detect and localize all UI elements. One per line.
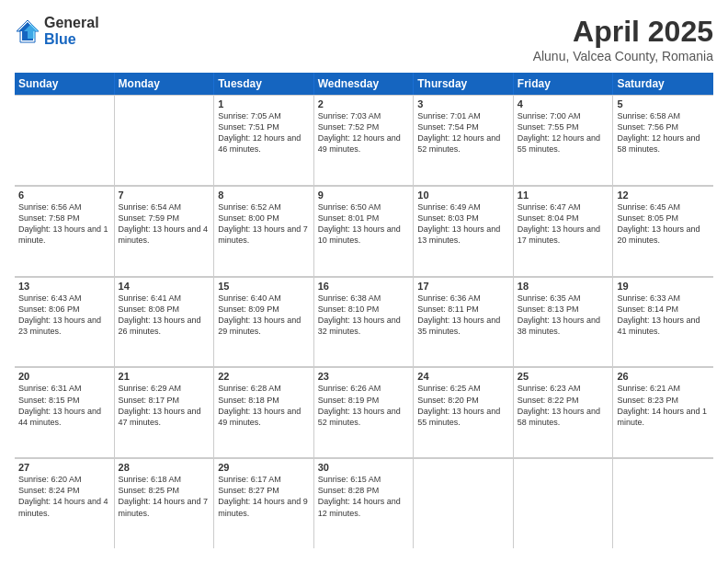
cal-cell-4-5 [514, 459, 614, 548]
day-info-4-1: Sunrise: 6:18 AMSunset: 8:25 PMDaylight:… [119, 474, 210, 519]
header-sunday: Sunday [15, 73, 115, 95]
day-number-4-0: 27 [18, 462, 110, 473]
header-friday: Friday [514, 73, 614, 95]
day-info-4-0: Sunrise: 6:20 AMSunset: 8:24 PMDaylight:… [18, 474, 110, 519]
cal-cell-2-3: 16Sunrise: 6:38 AMSunset: 8:10 PMDayligh… [314, 278, 415, 367]
day-info-3-3: Sunrise: 6:26 AMSunset: 8:19 PMDaylight:… [318, 383, 410, 428]
logo-icon [15, 18, 40, 44]
day-info-4-3: Sunrise: 6:15 AMSunset: 8:28 PMDaylight:… [318, 474, 410, 519]
logo: General Blue [15, 15, 99, 47]
day-info-1-3: Sunrise: 6:50 AMSunset: 8:01 PMDaylight:… [318, 201, 410, 247]
day-info-1-0: Sunrise: 6:56 AMSunset: 7:58 PMDaylight:… [18, 201, 110, 247]
cal-cell-3-6: 26Sunrise: 6:21 AMSunset: 8:23 PMDayligh… [613, 368, 713, 457]
page: General Blue April 2025 Alunu, Valcea Co… [0, 0, 728, 563]
cal-cell-2-6: 19Sunrise: 6:33 AMSunset: 8:14 PMDayligh… [613, 278, 713, 367]
day-number-2-4: 17 [417, 281, 509, 292]
cal-cell-4-3: 30Sunrise: 6:15 AMSunset: 8:28 PMDayligh… [314, 459, 415, 548]
day-info-3-6: Sunrise: 6:21 AMSunset: 8:23 PMDaylight:… [617, 383, 710, 428]
day-number-1-6: 12 [617, 190, 710, 201]
day-info-0-3: Sunrise: 7:03 AMSunset: 7:52 PMDaylight:… [318, 110, 410, 155]
day-number-0-3: 2 [318, 98, 410, 109]
title-block: April 2025 Alunu, Valcea County, Romania [533, 15, 713, 63]
day-number-1-2: 8 [218, 190, 310, 201]
header-saturday: Saturday [613, 73, 713, 95]
cal-cell-3-1: 21Sunrise: 6:29 AMSunset: 8:17 PMDayligh… [115, 368, 215, 457]
cal-cell-1-5: 11Sunrise: 6:47 AMSunset: 8:04 PMDayligh… [514, 187, 614, 276]
day-info-1-4: Sunrise: 6:49 AMSunset: 8:03 PMDaylight:… [417, 201, 509, 247]
logo-text: General Blue [44, 15, 99, 47]
day-number-3-2: 22 [218, 371, 310, 382]
day-info-2-4: Sunrise: 6:36 AMSunset: 8:11 PMDaylight:… [417, 293, 509, 338]
calendar: Sunday Monday Tuesday Wednesday Thursday… [15, 73, 713, 548]
cal-cell-0-1 [115, 96, 215, 185]
day-number-1-3: 9 [318, 190, 410, 201]
subtitle: Alunu, Valcea County, Romania [533, 49, 713, 63]
cal-cell-0-2: 1Sunrise: 7:05 AMSunset: 7:51 PMDaylight… [214, 96, 314, 185]
cal-cell-4-2: 29Sunrise: 6:17 AMSunset: 8:27 PMDayligh… [214, 459, 314, 548]
day-number-3-1: 21 [119, 371, 210, 382]
cal-cell-0-3: 2Sunrise: 7:03 AMSunset: 7:52 PMDaylight… [314, 96, 415, 185]
cal-cell-0-4: 3Sunrise: 7:01 AMSunset: 7:54 PMDaylight… [414, 96, 514, 185]
header-monday: Monday [115, 73, 215, 95]
day-number-3-6: 26 [617, 371, 710, 382]
day-info-2-2: Sunrise: 6:40 AMSunset: 8:09 PMDaylight:… [218, 293, 310, 338]
cal-cell-2-0: 13Sunrise: 6:43 AMSunset: 8:06 PMDayligh… [15, 278, 115, 367]
day-info-0-4: Sunrise: 7:01 AMSunset: 7:54 PMDaylight:… [417, 110, 509, 155]
day-number-4-2: 29 [218, 462, 310, 473]
calendar-body: 1Sunrise: 7:05 AMSunset: 7:51 PMDaylight… [15, 95, 713, 548]
day-info-2-6: Sunrise: 6:33 AMSunset: 8:14 PMDaylight:… [617, 293, 710, 338]
day-number-0-5: 4 [518, 98, 609, 109]
header: General Blue April 2025 Alunu, Valcea Co… [15, 15, 713, 63]
day-number-1-0: 6 [18, 190, 110, 201]
cal-cell-0-5: 4Sunrise: 7:00 AMSunset: 7:55 PMDaylight… [514, 96, 614, 185]
day-info-0-2: Sunrise: 7:05 AMSunset: 7:51 PMDaylight:… [218, 110, 310, 155]
header-thursday: Thursday [414, 73, 514, 95]
day-info-3-2: Sunrise: 6:28 AMSunset: 8:18 PMDaylight:… [218, 383, 310, 428]
day-info-2-3: Sunrise: 6:38 AMSunset: 8:10 PMDaylight:… [318, 293, 410, 338]
cal-row-0: 1Sunrise: 7:05 AMSunset: 7:51 PMDaylight… [15, 95, 713, 186]
day-info-2-0: Sunrise: 6:43 AMSunset: 8:06 PMDaylight:… [18, 293, 110, 338]
cal-cell-1-4: 10Sunrise: 6:49 AMSunset: 8:03 PMDayligh… [414, 187, 514, 276]
logo-general-text: General [44, 15, 99, 31]
day-number-4-1: 28 [119, 462, 210, 473]
day-number-2-1: 14 [119, 281, 210, 292]
logo-blue-text: Blue [44, 31, 99, 48]
day-number-0-2: 1 [218, 98, 310, 109]
day-number-2-0: 13 [18, 281, 110, 292]
day-info-3-0: Sunrise: 6:31 AMSunset: 8:15 PMDaylight:… [18, 383, 110, 428]
cal-cell-2-2: 15Sunrise: 6:40 AMSunset: 8:09 PMDayligh… [214, 278, 314, 367]
cal-cell-1-2: 8Sunrise: 6:52 AMSunset: 8:00 PMDaylight… [214, 187, 314, 276]
day-number-1-5: 11 [518, 190, 609, 201]
day-info-2-5: Sunrise: 6:35 AMSunset: 8:13 PMDaylight:… [518, 293, 609, 338]
cal-cell-2-1: 14Sunrise: 6:41 AMSunset: 8:08 PMDayligh… [115, 278, 215, 367]
cal-cell-1-6: 12Sunrise: 6:45 AMSunset: 8:05 PMDayligh… [613, 187, 713, 276]
cal-row-3: 20Sunrise: 6:31 AMSunset: 8:15 PMDayligh… [15, 367, 713, 458]
cal-cell-0-6: 5Sunrise: 6:58 AMSunset: 7:56 PMDaylight… [613, 96, 713, 185]
day-number-2-6: 19 [617, 281, 710, 292]
cal-cell-1-0: 6Sunrise: 6:56 AMSunset: 7:58 PMDaylight… [15, 187, 115, 276]
day-number-1-1: 7 [119, 190, 210, 201]
day-number-3-5: 25 [518, 371, 609, 382]
day-info-3-1: Sunrise: 6:29 AMSunset: 8:17 PMDaylight:… [119, 383, 210, 428]
day-number-4-3: 30 [318, 462, 410, 473]
day-info-1-6: Sunrise: 6:45 AMSunset: 8:05 PMDaylight:… [617, 201, 710, 247]
day-number-0-4: 3 [417, 98, 509, 109]
day-info-1-5: Sunrise: 6:47 AMSunset: 8:04 PMDaylight:… [518, 201, 609, 247]
cal-cell-4-4 [414, 459, 514, 548]
cal-cell-3-5: 25Sunrise: 6:23 AMSunset: 8:22 PMDayligh… [514, 368, 614, 457]
cal-cell-3-3: 23Sunrise: 6:26 AMSunset: 8:19 PMDayligh… [314, 368, 415, 457]
day-number-0-6: 5 [617, 98, 710, 109]
day-info-3-5: Sunrise: 6:23 AMSunset: 8:22 PMDaylight:… [518, 383, 609, 428]
cal-cell-3-0: 20Sunrise: 6:31 AMSunset: 8:15 PMDayligh… [15, 368, 115, 457]
main-title: April 2025 [533, 15, 713, 49]
cal-row-2: 13Sunrise: 6:43 AMSunset: 8:06 PMDayligh… [15, 277, 713, 368]
day-info-0-6: Sunrise: 6:58 AMSunset: 7:56 PMDaylight:… [617, 110, 710, 155]
cal-cell-1-1: 7Sunrise: 6:54 AMSunset: 7:59 PMDaylight… [115, 187, 215, 276]
cal-cell-4-1: 28Sunrise: 6:18 AMSunset: 8:25 PMDayligh… [115, 459, 215, 548]
cal-cell-4-0: 27Sunrise: 6:20 AMSunset: 8:24 PMDayligh… [15, 459, 115, 548]
day-number-1-4: 10 [417, 190, 509, 201]
cal-cell-3-4: 24Sunrise: 6:25 AMSunset: 8:20 PMDayligh… [414, 368, 514, 457]
cal-cell-3-2: 22Sunrise: 6:28 AMSunset: 8:18 PMDayligh… [214, 368, 314, 457]
calendar-header: Sunday Monday Tuesday Wednesday Thursday… [15, 73, 713, 95]
cal-cell-2-5: 18Sunrise: 6:35 AMSunset: 8:13 PMDayligh… [514, 278, 614, 367]
